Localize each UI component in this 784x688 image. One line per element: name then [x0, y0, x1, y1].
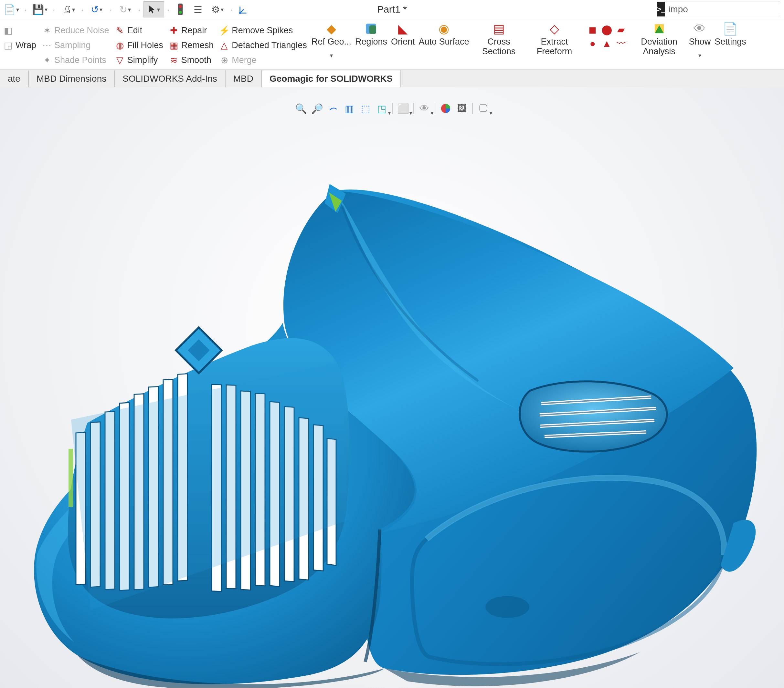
detached-triangles-button[interactable]: △ Detached Triangles [219, 38, 307, 52]
detached-triangles-icon: △ [219, 40, 230, 51]
overflow-item-nt[interactable]: nt [3, 53, 36, 67]
shade-points-icon: ✦ [41, 54, 52, 66]
dropdown-caret-icon [44, 4, 48, 15]
new-icon: 📄 [3, 4, 15, 15]
remesh-button[interactable]: ▦ Remesh [168, 38, 214, 52]
zoom-fit-button[interactable]: 🔍 [294, 101, 308, 116]
separator [435, 103, 435, 114]
section-icon: ▥ [345, 103, 354, 114]
label: Repair [181, 26, 207, 36]
qat-left-cluster: 📄 · 💾 · 🖨 · ↺ · ↻ · · [0, 1, 251, 17]
cross-sections-button[interactable]: ▤ Cross Sections [471, 21, 527, 69]
wrap-button[interactable]: ◲ Wrap [3, 38, 36, 52]
regions-icon [363, 21, 379, 36]
render-button[interactable]: 🖵 [476, 101, 490, 116]
edit-button[interactable]: ✎ Edit [114, 23, 163, 38]
dropdown-caret-icon [99, 4, 102, 15]
overflow-item-ate[interactable]: ◧ ate [3, 23, 36, 38]
save-button[interactable]: 💾 [30, 2, 50, 17]
settings-button[interactable]: 📄 Settings [713, 21, 748, 69]
display-style-button[interactable]: ◳ [375, 101, 389, 116]
cylinder-icon[interactable]: ⬤ [600, 23, 613, 36]
cross-sections-icon: ▤ [491, 21, 507, 36]
undo-button[interactable]: ↺ [87, 2, 107, 17]
cube-icon[interactable]: ◼ [586, 23, 599, 36]
traffic-light-button[interactable] [173, 2, 188, 17]
tab-geomagic[interactable]: Geomagic for SOLIDWORKS [262, 70, 401, 88]
sampling-button[interactable]: ⋯ Sampling [41, 38, 109, 52]
sweep-icon[interactable]: 〰 [615, 37, 628, 50]
tab-mbd-dimensions[interactable]: MBD Dimensions [29, 71, 115, 87]
label: Deviation Analysis [633, 37, 685, 56]
select-tool-button[interactable] [143, 1, 164, 17]
separator: · [23, 4, 28, 15]
print-icon: 🖨 [62, 4, 71, 15]
remove-spikes-button[interactable]: ⚡ Remove Spikes [219, 23, 307, 38]
sampling-icon: ⋯ [41, 40, 52, 51]
label: Extract Freeform [529, 37, 580, 56]
3d-viewport[interactable] [0, 87, 784, 688]
dropdown-caret-icon [220, 4, 224, 15]
label: Sampling [54, 40, 91, 50]
extract-freeform-button[interactable]: ◇ Extract Freeform [527, 21, 582, 69]
reduce-noise-button[interactable]: ✶ Reduce Noise [41, 23, 109, 38]
shade-points-button[interactable]: ✦ Shade Points [41, 53, 109, 67]
appearance-button[interactable] [438, 101, 453, 116]
redo-button[interactable]: ↻ [115, 2, 135, 17]
cone-icon[interactable]: ▲ [600, 37, 613, 50]
generic-icon: ◧ [3, 25, 13, 36]
print-button[interactable]: 🖨 [58, 2, 78, 17]
label: Smooth [181, 55, 211, 65]
smooth-icon: ≋ [168, 54, 180, 66]
deviation-analysis-button[interactable]: Deviation Analysis [631, 21, 687, 69]
smooth-button[interactable]: ≋ Smooth [168, 53, 214, 67]
section-view-button[interactable]: ▥ [342, 101, 356, 116]
auto-surface-button[interactable]: ◉ Auto Surface [417, 21, 471, 69]
dropdown-caret-icon [127, 4, 131, 15]
ribbon-group-noise: ✶ Reduce Noise ⋯ Sampling ✦ Shade Points [39, 21, 112, 69]
primitives-grid[interactable]: ◼ ⬤ ▰ ● ▲ 〰 [582, 21, 631, 69]
eye-icon: 👁 [420, 103, 429, 114]
extract-freeform-icon: ◇ [547, 21, 562, 36]
undo-icon: ↺ [91, 4, 99, 15]
search-input[interactable] [665, 4, 784, 15]
label: Cross Sections [473, 37, 525, 56]
zoom-area-button[interactable]: 🔎 [310, 101, 324, 116]
slab-icon[interactable]: ▰ [615, 23, 628, 36]
previous-view-button[interactable]: ⤺ [326, 101, 340, 116]
view-toggle-button[interactable]: 👁 [417, 101, 432, 116]
svg-point-3 [239, 12, 241, 14]
ref-geo-button[interactable]: ◆ Ref Geo... ▾ [310, 21, 353, 69]
repair-button[interactable]: ✚ Repair [168, 23, 214, 38]
model-truck-hood [20, 171, 763, 688]
deviation-analysis-icon [652, 21, 667, 36]
axis-orient-button[interactable] [236, 2, 251, 17]
separator: · [109, 4, 113, 15]
cursor-icon [148, 5, 156, 14]
scene-button[interactable]: 🖼 [455, 101, 469, 116]
separator [392, 103, 393, 114]
tab-mbd[interactable]: MBD [226, 71, 262, 87]
view-orientation-icon: ⬚ [361, 103, 370, 114]
label: Detached Triangles [232, 40, 307, 50]
ribbon-group-mesh-c: ⚡ Remove Spikes △ Detached Triangles ⊕ M… [216, 21, 310, 69]
command-search[interactable]: >_ ⌕ [657, 2, 780, 17]
settings-gear-button[interactable]: ⚙ [208, 2, 227, 17]
sphere-icon[interactable]: ● [586, 37, 599, 50]
options-list-button[interactable]: ☰ [190, 2, 206, 17]
orient-button[interactable]: ◣ Orient [389, 21, 417, 69]
show-button[interactable]: 👁 Show ▾ [687, 21, 713, 69]
tab-solidworks-addins[interactable]: SOLIDWORKS Add-Ins [115, 71, 226, 87]
list-icon: ☰ [194, 4, 202, 15]
simplify-button[interactable]: ▽ Simplify [114, 53, 163, 67]
fill-holes-button[interactable]: ◍ Fill Holes [114, 38, 163, 52]
merge-button[interactable]: ⊕ Merge [219, 53, 307, 67]
separator [413, 103, 414, 114]
chevron-down-icon: ▾ [330, 52, 333, 59]
tab-ate[interactable]: ate [0, 71, 29, 87]
new-button[interactable]: 📄 [1, 2, 21, 17]
hide-show-button[interactable]: ⬜ [396, 101, 410, 116]
view-orientation-button[interactable]: ⬚ [358, 101, 372, 116]
regions-button[interactable]: Regions [353, 21, 389, 69]
display-style-icon: ◳ [377, 103, 386, 114]
